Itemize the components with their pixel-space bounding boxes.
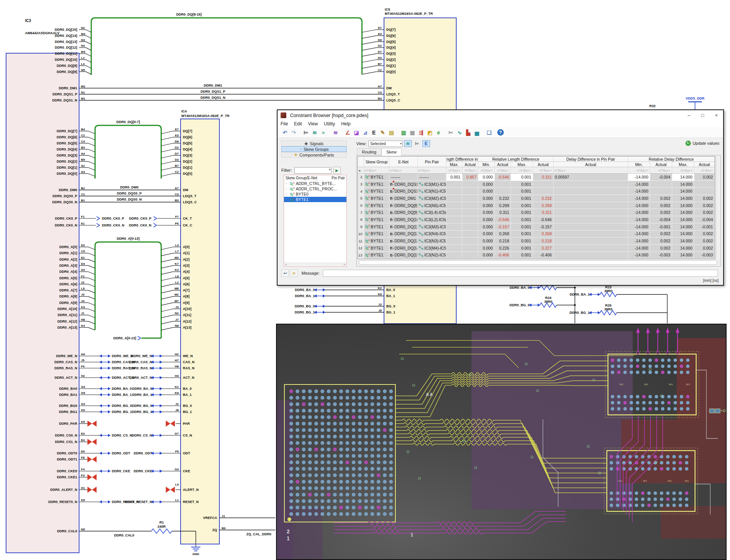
cell-value[interactable]: 0.001 (511, 216, 533, 223)
tree-item-addr-ctrl-proc-[interactable]: ›ADDR_CTRL_PROC... (284, 186, 346, 191)
cell-value[interactable]: 0.218 (533, 237, 554, 245)
menu-item-file[interactable]: File (278, 121, 291, 127)
cell-value[interactable]: -0.003 (694, 252, 715, 259)
cell-value[interactable]: 0.000 (478, 188, 495, 195)
cell-pin-pair[interactable]: IC3(M2)-IC5(A7) (418, 195, 446, 202)
cell-skew-group[interactable]: BYTE1 (364, 181, 389, 188)
probe-icon[interactable]: ✂ (447, 128, 455, 136)
cell-value[interactable] (446, 188, 462, 195)
electrical-icon[interactable]: e (435, 128, 443, 136)
cell-value[interactable] (650, 188, 672, 195)
cell-value[interactable]: 14.000 (672, 223, 694, 231)
cell-skew-group[interactable]: BYTE1 (364, 223, 389, 231)
cell-value[interactable] (554, 202, 628, 209)
histogram-icon[interactable]: ▅ (473, 128, 481, 136)
cell-value[interactable] (694, 188, 715, 195)
cell-value[interactable]: 0.001 (511, 245, 533, 252)
cell-value[interactable] (650, 181, 672, 188)
cell-pin-pair[interactable]: IC3(L2)-IC5(D3) (418, 216, 446, 223)
cell-value[interactable]: 0.001 (511, 252, 533, 259)
cell-value[interactable]: -0.157 (533, 223, 554, 231)
cell-value[interactable]: 0.002 (694, 245, 715, 252)
close-button[interactable]: × (709, 111, 723, 120)
tab-skew[interactable]: Skew (381, 148, 402, 156)
cell-value[interactable] (446, 216, 462, 223)
grid-icon[interactable]: ▦ (408, 128, 416, 136)
tree-hscrollbar[interactable]: ◂▸ (284, 263, 346, 266)
expander-icon[interactable]: › (286, 192, 289, 196)
cell-value[interactable]: 0.002 (650, 202, 672, 209)
cell-value[interactable] (554, 245, 628, 252)
cell-value[interactable]: 0.000 (478, 237, 495, 245)
cell-enet[interactable]: E-DDR0_DQ[14] (389, 245, 418, 252)
cell-value[interactable]: 14.000 (672, 174, 694, 181)
cell-value[interactable]: -14.000 (628, 245, 650, 252)
cell-value[interactable]: 0.002 (650, 195, 672, 202)
pencil-icon[interactable]: ✎ (379, 128, 387, 136)
cell-value[interactable]: 0.001 (511, 174, 533, 181)
tree-item-byte1[interactable]: ›BYTE1 (284, 197, 346, 202)
cell-value[interactable]: 0.001 (511, 181, 533, 188)
layout-icon[interactable]: ❏ (485, 128, 493, 136)
expander-icon[interactable]: › (286, 187, 289, 191)
cell-value[interactable]: 0.002 (694, 174, 715, 181)
cell-enet[interactable]: E-DDR0_DQ[13] (389, 237, 418, 245)
cell-value[interactable]: 0.000 (478, 181, 495, 188)
cell-value[interactable] (446, 195, 462, 202)
cell-pin-pair[interactable]: IC3(N2)-IC5(E7) (418, 252, 446, 259)
cell-value[interactable] (446, 181, 462, 188)
cell-value[interactable] (446, 202, 462, 209)
cell-skew-group[interactable]: BYTE1 (364, 195, 389, 202)
cell-value[interactable]: -14.000 (628, 237, 650, 245)
cell-value[interactable] (462, 223, 478, 231)
cell-value[interactable]: 0.002 (650, 209, 672, 216)
cell-skew-group[interactable]: BYTE1 (364, 237, 389, 245)
cell-value[interactable]: -0.001 (650, 223, 672, 231)
cell-value[interactable]: 0.000 (478, 216, 495, 223)
cell-value[interactable]: 0.299 (495, 202, 511, 209)
cell-value[interactable] (495, 181, 511, 188)
cell-value[interactable]: 0.001 (511, 195, 533, 202)
cell-pin-pair[interactable]: IC3(M1)-IC5(B3) (418, 181, 446, 188)
tab-routing[interactable]: Routing (357, 148, 381, 156)
cell-value[interactable]: 0.268 (495, 231, 511, 238)
cell-value[interactable]: 0.299 (533, 202, 554, 209)
cell-value[interactable]: -14.000 (628, 209, 650, 216)
cell-pin-pair[interactable]: IC3(N3)-IC5(D8) (418, 237, 446, 245)
cell-value[interactable]: 0.000 (478, 245, 495, 252)
cell-value[interactable] (462, 188, 478, 195)
cell-value[interactable]: 14.000 (672, 181, 694, 188)
cell-value[interactable]: -14.000 (628, 181, 650, 188)
cell-value[interactable]: -0.157 (495, 223, 511, 231)
pin-pair-icon[interactable]: ⊨ (302, 128, 310, 136)
cell-value[interactable] (554, 181, 628, 188)
cell-value[interactable]: -14.000 (628, 202, 650, 209)
plot-edit-icon[interactable]: ∠ (344, 128, 352, 136)
wave-icon[interactable]: ∿ (455, 128, 463, 136)
cell-value[interactable]: 14.000 (672, 252, 694, 259)
redo-icon[interactable]: ↷ (290, 128, 298, 136)
cell-value[interactable]: -0.406 (495, 252, 511, 259)
cell-value[interactable] (462, 216, 478, 223)
filter-cell[interactable]: <Filter> (389, 167, 418, 174)
chart-icon[interactable]: ◩ (426, 128, 434, 136)
cell-value[interactable] (554, 252, 628, 259)
cell-enet[interactable]: E-DDR0_DQ[12] (389, 231, 418, 238)
cell-value[interactable] (446, 252, 462, 259)
table-hscrollbar[interactable] (359, 260, 717, 265)
message-input[interactable] (323, 270, 718, 277)
maximize-button[interactable]: □ (696, 111, 709, 120)
cell-value[interactable] (462, 252, 478, 259)
cell-value[interactable]: 0.002 (694, 195, 715, 202)
nav-button-components-parts[interactable]: ❖Components/Parts (281, 152, 347, 158)
cell-enet[interactable]: E-DDR0_DQ[10] (389, 216, 418, 223)
skew-table[interactable]: Skew GroupE-NetPin PairLength Difference… (357, 156, 715, 259)
cell-value[interactable]: 0.001 (511, 237, 533, 245)
title-bar[interactable]: Constraint Browser [hspd_core.pdes] –□× (278, 110, 723, 120)
filter-cell[interactable]: <Filter> (628, 167, 650, 174)
cell-value[interactable] (533, 188, 554, 195)
nav-button-skew-groups[interactable]: ◔Skew Groups (281, 146, 347, 152)
cell-value[interactable]: 14.000 (672, 245, 694, 252)
cell-value[interactable]: 0.000 (478, 202, 495, 209)
cell-enet[interactable]: E-DDR0_DQ[15] (389, 252, 418, 259)
